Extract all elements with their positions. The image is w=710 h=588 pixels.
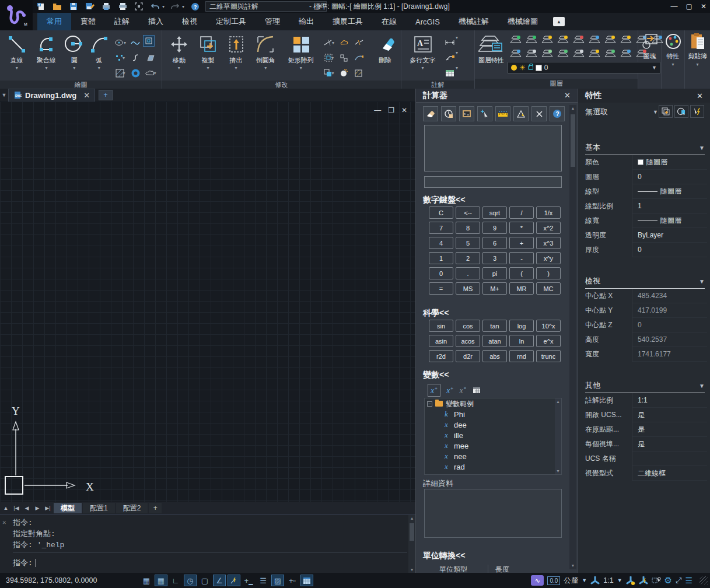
- calc-key-trunc[interactable]: trunc: [536, 350, 561, 362]
- calc-key-x^3[interactable]: x^3: [536, 237, 561, 249]
- layer-tool-icon-13[interactable]: [555, 47, 571, 61]
- ribbon-tab-6[interactable]: 管理: [256, 13, 289, 30]
- app-logo-icon[interactable]: M: [0, 0, 33, 30]
- open-file-button[interactable]: [51, 1, 63, 12]
- transparency-icon[interactable]: ▨: [271, 575, 284, 586]
- print-button[interactable]: [117, 1, 128, 12]
- props-section-header-2[interactable]: 其他▼: [585, 380, 705, 393]
- calc-key-abs[interactable]: abs: [482, 350, 507, 362]
- command-close-icon[interactable]: ✕: [2, 519, 6, 526]
- layer-tool-icon-2[interactable]: [539, 33, 555, 47]
- doc-restore-button[interactable]: ❐: [388, 106, 394, 114]
- property-value[interactable]: 1:1: [632, 393, 707, 408]
- scroll-up-icon[interactable]: ▲: [555, 398, 561, 405]
- unit-dropdown-icon[interactable]: ▼: [582, 578, 587, 583]
- calc-key-2[interactable]: 2: [456, 252, 480, 264]
- calc-key-5[interactable]: 5: [456, 237, 480, 249]
- calc-key-acos[interactable]: acos: [456, 335, 480, 347]
- dynamic-input-icon[interactable]: +‗: [242, 575, 255, 586]
- chevron-down-icon[interactable]: ▾: [98, 65, 100, 71]
- undo-button[interactable]: [149, 1, 161, 12]
- minimize-button[interactable]: —: [671, 2, 678, 10]
- delete-variable-icon[interactable]: x×: [460, 385, 467, 396]
- variable-item-Phi[interactable]: kPhi: [425, 409, 561, 419]
- multiple-points-icon[interactable]: ▾: [113, 50, 128, 65]
- help-button[interactable]: ?: [189, 1, 201, 12]
- help-icon[interactable]: ?: [550, 106, 565, 121]
- property-value[interactable]: 隨圖層: [632, 184, 707, 199]
- paste-to-commandline-icon[interactable]: [459, 106, 474, 121]
- property-value[interactable]: 1741.6177: [632, 347, 707, 362]
- chevron-down-icon[interactable]: ▾: [300, 65, 302, 71]
- selection-cycling-icon[interactable]: [652, 576, 661, 584]
- maximize-button[interactable]: ▢: [686, 2, 692, 10]
- save-as-button[interactable]: [84, 1, 96, 12]
- layer-tool-icon-5[interactable]: [586, 33, 602, 47]
- calc-key-.[interactable]: .: [456, 267, 480, 279]
- settings-gear-icon[interactable]: ⚙: [664, 575, 672, 586]
- props-section-header-0[interactable]: 基本▼: [585, 142, 705, 155]
- scroll-up-icon[interactable]: ▲: [408, 515, 415, 522]
- chevron-down-icon[interactable]: ▾: [456, 50, 471, 65]
- calc-key-asin[interactable]: asin: [429, 335, 453, 347]
- calc-key-)[interactable]: ): [536, 267, 561, 279]
- scrollbar-thumb[interactable]: [571, 114, 575, 167]
- calc-key-C[interactable]: C: [429, 206, 453, 219]
- calc-key-atan[interactable]: atan: [482, 335, 507, 347]
- chevron-down-icon[interactable]: ▾: [235, 65, 237, 71]
- calc-key-sqrt[interactable]: sqrt: [482, 206, 507, 219]
- close-button[interactable]: ✕: [701, 2, 706, 10]
- delete-icon[interactable]: [531, 106, 547, 121]
- new-file-tab-button[interactable]: +: [99, 90, 113, 100]
- panel-label-annotate[interactable]: 註解: [401, 80, 474, 89]
- ribbon-tab-2[interactable]: 註解: [105, 13, 139, 30]
- calc-key-6[interactable]: 6: [482, 237, 507, 249]
- dimension-icon[interactable]: [443, 35, 457, 50]
- get-coordinates-icon[interactable]: [477, 106, 492, 121]
- panel-properties[interactable]: 特性 ▾: [662, 30, 685, 89]
- collapse-minus-icon[interactable]: −: [427, 401, 432, 407]
- layer-tool-icon-17[interactable]: [618, 47, 634, 61]
- object-snap-icon[interactable]: ▢: [198, 575, 211, 586]
- toggle-pickadd-icon[interactable]: [690, 105, 704, 118]
- layer-tool-icon-15[interactable]: [586, 47, 602, 61]
- variable-item-ille[interactable]: xille: [425, 430, 561, 440]
- annotation-scale-value[interactable]: 1:1: [603, 576, 613, 584]
- layout-collapse-icon[interactable]: ▲: [1, 505, 11, 511]
- layer-tool-icon-16[interactable]: [602, 47, 618, 61]
- measure-distance-icon[interactable]: [495, 106, 510, 121]
- leader-icon[interactable]: [443, 50, 457, 65]
- calc-key-=[interactable]: =: [429, 282, 453, 295]
- calc-key-cos[interactable]: cos: [456, 320, 480, 332]
- property-value[interactable]: 485.4234: [632, 289, 707, 303]
- isometric-draft-icon[interactable]: ∠: [213, 575, 226, 586]
- calc-key-*[interactable]: *: [509, 222, 534, 234]
- numpad-section-title[interactable]: 數字鍵盤<<: [423, 195, 465, 205]
- property-value[interactable]: 是: [632, 422, 707, 437]
- scroll-up-icon[interactable]: ▲: [569, 105, 576, 112]
- scale-icon[interactable]: ▾: [321, 50, 337, 65]
- explode-icon[interactable]: [337, 65, 352, 80]
- history-icon[interactable]: [441, 106, 456, 121]
- variable-item-vee[interactable]: xvee: [425, 472, 561, 475]
- file-tab-close-icon[interactable]: ✕: [83, 91, 90, 100]
- property-value[interactable]: 是: [632, 408, 707, 422]
- variable-item-rad[interactable]: xrad: [425, 461, 561, 472]
- auto-annotation-icon[interactable]: [626, 576, 635, 585]
- annotation-scale-dropdown-icon[interactable]: ▼: [617, 578, 622, 583]
- variables-section-title[interactable]: 變數<<: [423, 370, 449, 380]
- layout-tab-0[interactable]: 模型: [54, 503, 82, 513]
- calc-key-+[interactable]: +: [509, 237, 534, 249]
- ribbon-tab-3[interactable]: 插入: [139, 13, 173, 30]
- calc-key-0[interactable]: 0: [429, 267, 453, 279]
- property-value[interactable]: 417.0199: [632, 303, 707, 318]
- selection-dropdown[interactable]: 無選取 ▼: [585, 106, 658, 118]
- quick-calc-icon[interactable]: [300, 575, 313, 586]
- panel-clipboard[interactable]: 剪貼簿 ▾: [685, 30, 710, 89]
- clean-screen-button[interactable]: [133, 1, 145, 12]
- calc-key-d2r[interactable]: d2r: [456, 350, 480, 362]
- align-icon[interactable]: [337, 50, 352, 65]
- calculator-close-icon[interactable]: ✕: [564, 91, 571, 100]
- science-section-title[interactable]: 科學<<: [423, 308, 449, 318]
- calc-key-log[interactable]: log: [509, 320, 534, 332]
